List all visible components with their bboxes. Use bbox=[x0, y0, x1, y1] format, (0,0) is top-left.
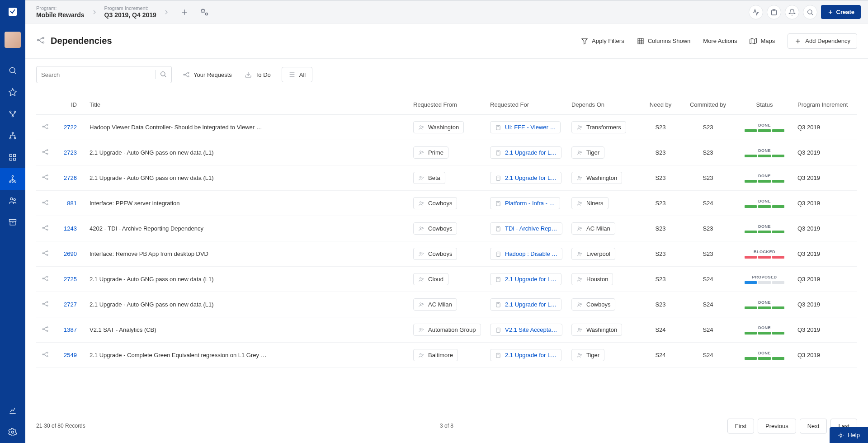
col-title[interactable]: Title bbox=[86, 95, 410, 115]
add-dependency-button[interactable]: Add Dependency bbox=[788, 33, 857, 49]
requested-from-chip[interactable]: Automation Group bbox=[413, 324, 481, 336]
depends-on-chip[interactable]: Transformers bbox=[571, 121, 626, 133]
nav-strategy[interactable] bbox=[0, 103, 25, 125]
help-button[interactable]: Help bbox=[830, 427, 868, 443]
requested-from-chip[interactable]: Baltimore bbox=[413, 349, 458, 361]
depends-on-chip[interactable]: Washington bbox=[571, 324, 622, 336]
requested-from-chip[interactable]: Beta bbox=[413, 172, 445, 184]
table-row[interactable]: 2722Hadoop Viewer Data Controller- Shoul… bbox=[36, 115, 857, 140]
user-avatar[interactable] bbox=[0, 27, 25, 52]
depends-on-chip[interactable]: Liverpool bbox=[571, 248, 615, 260]
status-badge: DONE bbox=[739, 148, 790, 157]
row-id-link[interactable]: 1243 bbox=[64, 225, 77, 232]
col-depends-on[interactable]: Depends On bbox=[568, 95, 640, 115]
table-row[interactable]: 12434202 - TDI - Archive Reporting Depen… bbox=[36, 216, 857, 241]
bell-icon[interactable] bbox=[785, 5, 799, 19]
col-requested-from[interactable]: Requested From bbox=[410, 95, 486, 115]
pager-first-button[interactable]: First bbox=[727, 419, 754, 434]
col-status[interactable]: Status bbox=[735, 95, 794, 115]
requested-for-chip[interactable]: TDI - Archive Rep… bbox=[490, 222, 562, 235]
create-button[interactable]: Create bbox=[821, 5, 861, 19]
requested-for-chip[interactable]: 2.1 Upgrade for L… bbox=[490, 298, 561, 311]
to-do-button[interactable]: To Do bbox=[243, 67, 273, 82]
nav-teams[interactable] bbox=[0, 190, 25, 212]
need-by-cell: S23 bbox=[640, 241, 681, 267]
table-row[interactable]: 27252.1 Upgrade - Auto GNG pass on new d… bbox=[36, 267, 857, 292]
row-type-icon bbox=[36, 191, 54, 216]
depends-on-chip[interactable]: Cowboys bbox=[571, 298, 615, 311]
table-row[interactable]: 881Interface: PPFW server integrationCow… bbox=[36, 191, 857, 216]
your-requests-button[interactable]: Your Requests bbox=[181, 67, 234, 82]
requested-from-chip[interactable]: Cowboys bbox=[413, 222, 457, 235]
depends-on-chip[interactable]: Washington bbox=[571, 172, 622, 184]
columns-shown-button[interactable]: Columns Shown bbox=[637, 38, 691, 45]
row-id-link[interactable]: 2722 bbox=[64, 124, 77, 131]
requested-for-chip[interactable]: 2.1 Upgrade for L… bbox=[490, 273, 561, 285]
svg-point-54 bbox=[42, 126, 44, 127]
activity-icon[interactable] bbox=[749, 5, 763, 19]
nav-board[interactable] bbox=[0, 146, 25, 168]
table-row[interactable]: 27232.1 Upgrade - Auto GNG pass on new d… bbox=[36, 140, 857, 165]
requested-from-chip[interactable]: Washington bbox=[413, 121, 464, 133]
requested-from-chip[interactable]: Cloud bbox=[413, 273, 448, 285]
nav-reports[interactable] bbox=[0, 400, 25, 421]
apply-filters-button[interactable]: Apply Filters bbox=[581, 38, 624, 45]
search-icon[interactable] bbox=[160, 71, 167, 79]
requested-for-chip[interactable]: 2.1 Upgrade for L… bbox=[490, 172, 561, 184]
table-row[interactable]: 1387V2.1 SAT - Analytics (CB)Automation … bbox=[36, 317, 857, 343]
row-id-link[interactable]: 2690 bbox=[64, 250, 77, 257]
nav-dependencies[interactable] bbox=[0, 168, 25, 190]
requested-for-chip[interactable]: UI: FFE - Viewer … bbox=[490, 121, 561, 133]
depends-on-chip[interactable]: Tiger bbox=[571, 146, 604, 159]
col-requested-for[interactable]: Requested For bbox=[486, 95, 568, 115]
row-id-link[interactable]: 2549 bbox=[64, 352, 77, 358]
row-id-link[interactable]: 1387 bbox=[64, 326, 77, 333]
row-id-link[interactable]: 881 bbox=[67, 200, 77, 207]
add-icon[interactable] bbox=[176, 4, 193, 20]
col-pi[interactable]: Program Increment bbox=[794, 95, 857, 115]
nav-search[interactable] bbox=[0, 60, 25, 81]
nav-hierarchy[interactable] bbox=[0, 125, 25, 146]
col-committed-by[interactable]: Committed by bbox=[681, 95, 735, 115]
search-icon[interactable] bbox=[803, 5, 817, 19]
requested-for-chip[interactable]: 2.1 Upgrade for L… bbox=[490, 349, 561, 361]
table-row[interactable]: 2690Interface: Remove PB App from deskto… bbox=[36, 241, 857, 267]
nav-favorites[interactable] bbox=[0, 81, 25, 103]
requested-from-chip[interactable]: AC Milan bbox=[413, 298, 457, 311]
depends-on-chip[interactable]: Houston bbox=[571, 273, 613, 285]
table-row[interactable]: 27272.1 Upgrade - Auto GNG pass on new d… bbox=[36, 292, 857, 317]
clipboard-icon[interactable] bbox=[767, 5, 781, 19]
table-row[interactable]: 25492.1 Upgrade - Complete Green Equival… bbox=[36, 343, 857, 368]
col-need-by[interactable]: Need by bbox=[640, 95, 681, 115]
requested-from-chip[interactable]: Cowboys bbox=[413, 248, 457, 260]
nav-settings[interactable] bbox=[0, 421, 25, 443]
nav-archive[interactable] bbox=[0, 212, 25, 233]
col-id[interactable]: ID bbox=[54, 95, 86, 115]
maps-button[interactable]: Maps bbox=[750, 38, 775, 45]
pager-previous-button[interactable]: Previous bbox=[758, 419, 796, 434]
breadcrumb-program[interactable]: Program: Mobile Rewards bbox=[33, 1, 88, 23]
more-actions-button[interactable]: More Actions bbox=[703, 38, 737, 44]
gears-icon[interactable] bbox=[196, 4, 212, 20]
pager-next-button[interactable]: Next bbox=[800, 419, 827, 434]
all-button[interactable]: All bbox=[282, 67, 312, 82]
svg-rect-12 bbox=[9, 158, 12, 160]
app-logo[interactable] bbox=[0, 0, 25, 24]
search-input[interactable] bbox=[41, 71, 152, 78]
row-id-link[interactable]: 2727 bbox=[64, 301, 77, 308]
depends-on-chip[interactable]: Niners bbox=[571, 197, 609, 209]
breadcrumb-increment[interactable]: Program Increment: Q3 2019, Q4 2019 bbox=[101, 1, 160, 23]
requested-from-chip[interactable]: Cowboys bbox=[413, 197, 457, 209]
requested-for-chip[interactable]: Hadoop : Disable … bbox=[490, 248, 562, 260]
table-row[interactable]: 27262.1 Upgrade - Auto GNG pass on new d… bbox=[36, 165, 857, 191]
depends-on-chip[interactable]: Tiger bbox=[571, 349, 604, 361]
row-id-link[interactable]: 2723 bbox=[64, 149, 77, 156]
requested-from-chip[interactable]: Prime bbox=[413, 146, 448, 159]
requested-for-chip[interactable]: V2.1 Site Accepta… bbox=[490, 324, 562, 336]
depends-on-chip[interactable]: AC Milan bbox=[571, 222, 615, 235]
page-title: Dependencies bbox=[51, 36, 112, 46]
row-id-link[interactable]: 2726 bbox=[64, 174, 77, 181]
requested-for-chip[interactable]: Platform - Infra - … bbox=[490, 197, 560, 209]
row-id-link[interactable]: 2725 bbox=[64, 276, 77, 283]
requested-for-chip[interactable]: 2.1 Upgrade for L… bbox=[490, 146, 561, 159]
